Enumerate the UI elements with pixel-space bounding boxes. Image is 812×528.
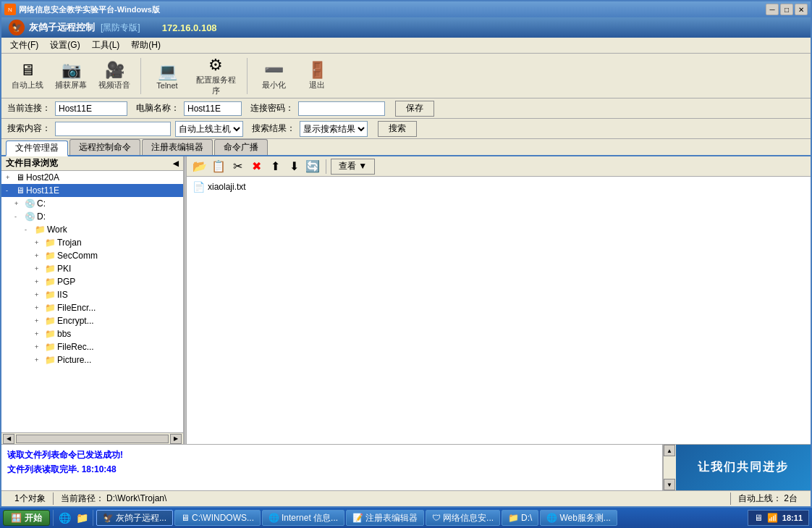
close-btn[interactable]: ✕ [795, 4, 808, 15]
file-cut-btn[interactable]: ✂ [229, 159, 246, 175]
search-button[interactable]: 搜索 [378, 121, 417, 137]
tree-item-d[interactable]: - 💿 D: [1, 210, 183, 223]
taskbar-item-d[interactable]: 📁D:\ [502, 510, 538, 526]
menu-settings[interactable]: 设置(G) [44, 38, 85, 53]
tree-label-host20a: Host20A [26, 172, 59, 183]
start-button[interactable]: 🪟 开始 [3, 510, 50, 526]
tree-label-bbs: bbs [57, 329, 71, 339]
connection-bar: 当前连接： 电脑名称： 连接密码： 保存 [1, 99, 811, 119]
file-open-btn[interactable]: 📂 [191, 159, 208, 175]
status-online-label: 自动上线： [738, 493, 782, 503]
computer-name-input[interactable] [184, 101, 242, 116]
taskbar-item-web[interactable]: 🌐Web服务测... [540, 510, 617, 526]
sub-title-bar: 🦅 灰鸽子远程控制 [黑防专版] 172.16.0.108 [1, 17, 811, 38]
file-icon-txt: 📄 [193, 181, 205, 193]
file-name-xiaolaji: xiaolaji.txt [208, 182, 246, 192]
config-server-button[interactable]: ⚙ 配置服务程序 [190, 54, 241, 99]
log-line-2: 文件列表读取完毕. 18:10:48 [7, 462, 656, 477]
taskbar-separator [53, 510, 54, 526]
tree-label-trojan: Trojan [57, 238, 82, 248]
file-refresh-btn[interactable]: 🔄 [304, 159, 321, 175]
tree-label-pki: PKI [57, 264, 71, 274]
tree-toggle-btn[interactable]: ◀ [173, 159, 179, 167]
tabs-bar: 文件管理器 远程控制命令 注册表编辑器 命令广播 [1, 139, 811, 156]
menu-help[interactable]: 帮助(H) [125, 38, 166, 53]
tree-item-picture[interactable]: + 📁 Picture... [1, 353, 183, 366]
minimize-btn[interactable]: ─ [766, 4, 779, 15]
current-connection-label: 当前连接： [7, 102, 51, 114]
tree-item-trojan[interactable]: + 📁 Trojan [1, 236, 183, 249]
taskbar-item-windows[interactable]: 🖥C:\WINDOWS... [174, 510, 261, 526]
exit-button[interactable]: 🚪 退出 [297, 59, 337, 93]
menu-file[interactable]: 文件(F) [4, 38, 44, 53]
log-scroll-down[interactable]: ▼ [664, 479, 675, 490]
tree-item-pki[interactable]: + 📁 PKI [1, 262, 183, 275]
file-download-btn[interactable]: ⬇ [285, 159, 303, 175]
password-input[interactable] [298, 101, 385, 116]
tree-scrollbar[interactable]: ◀ ▶ [1, 432, 183, 444]
capture-screen-button[interactable]: 📷 捕获屏幕 [51, 59, 91, 93]
file-copy-btn[interactable]: 📋 [210, 159, 227, 175]
tree-scroll-left[interactable]: ◀ [3, 434, 14, 444]
title-bar-buttons: ─ □ ✕ [766, 4, 808, 15]
log-panel: 读取文件列表命令已发送成功! 文件列表读取完毕. 18:10:48 [1, 445, 663, 490]
tree-item-iis[interactable]: + 📁 IIS [1, 288, 183, 301]
sub-title-icon: 🦅 [9, 20, 25, 35]
banner-text: 让我们共同进步 [698, 460, 789, 475]
menu-bar: 文件(F) 设置(G) 工具(L) 帮助(H) [1, 38, 811, 54]
search-label: 搜索内容： [7, 122, 51, 135]
tray-icon-1: 🖥 [754, 513, 763, 523]
status-path-label: 当前路径： [61, 493, 104, 503]
taskbar-item-security[interactable]: 🛡网络信息安... [426, 510, 500, 526]
tree-item-bbs[interactable]: + 📁 bbs [1, 327, 183, 340]
log-scroll-up[interactable]: ▲ [664, 445, 675, 456]
status-online-count: 2台 [784, 493, 798, 503]
search-result-select[interactable]: 显示搜索结果 隐藏搜索结果 [300, 121, 368, 137]
file-tree-content: + 🖥 Host20A - 🖥 Host11E + [1, 171, 183, 432]
file-upload-btn[interactable]: ⬆ [266, 159, 284, 175]
log-area: 读取文件列表命令已发送成功! 文件列表读取完毕. 18:10:48 ▲ ▼ 让我… [1, 444, 811, 490]
search-result-label: 搜索结果： [252, 122, 295, 135]
status-count: 1个对象 [7, 493, 54, 505]
auto-online-button[interactable]: 🖥 自动上线 [7, 59, 48, 93]
taskbar-quick-2[interactable]: 📁 [74, 510, 90, 526]
tree-item-host20a[interactable]: + 🖥 Host20A [1, 171, 183, 184]
tree-item-filerec[interactable]: + 📁 FileRec... [1, 340, 183, 353]
system-tray[interactable]: 🖥 📶 18:11 [748, 510, 809, 526]
save-button[interactable]: 保存 [395, 101, 434, 117]
search-input[interactable] [55, 122, 171, 136]
file-delete-btn[interactable]: ✖ [248, 159, 265, 175]
taskbar-item-remote[interactable]: 🦅灰鸽子远程... [96, 510, 173, 526]
minimize-window-button[interactable]: ➖ 最小化 [253, 59, 294, 93]
taskbar-quick-1[interactable]: 🌐 [56, 510, 72, 526]
file-view-btn[interactable]: 查看 ▼ [331, 159, 375, 175]
tab-cmd-broadcast[interactable]: 命令广播 [214, 139, 268, 155]
tree-item-seccomm[interactable]: + 📁 SecComm [1, 249, 183, 262]
taskbar: 🪟 开始 🌐 📁 🦅灰鸽子远程... 🖥C:\WINDOWS... 🌐Inter… [0, 508, 812, 528]
tree-item-fileencr[interactable]: + 📁 FileEncr... [1, 301, 183, 314]
tray-time: 18:11 [782, 514, 803, 522]
current-connection-input[interactable] [55, 101, 127, 116]
telnet-button[interactable]: 💻 Telnet [147, 60, 187, 92]
maximize-btn[interactable]: □ [780, 4, 793, 15]
tree-item-work[interactable]: - 📁 Work [1, 223, 183, 236]
video-audio-button[interactable]: 🎥 视频语音 [94, 59, 135, 93]
sub-badge: [黑防专版] [101, 22, 140, 34]
tab-remote-control[interactable]: 远程控制命令 [69, 139, 140, 155]
file-item-xiaolaji[interactable]: 📄 xiaolaji.txt [190, 180, 249, 194]
taskbar-item-internet[interactable]: 🌐Internet 信息... [262, 510, 344, 526]
tree-item-pgp[interactable]: + 📁 PGP [1, 275, 183, 288]
sub-title-text: 灰鸽子远程控制 [29, 21, 95, 34]
tray-icon-2: 📶 [767, 513, 778, 523]
taskbar-item-regedit[interactable]: 📝注册表编辑器 [346, 510, 424, 526]
tab-file-manager[interactable]: 文件管理器 [6, 141, 68, 156]
search-mode-select[interactable]: 自动上线主机 手动上线主机 全部主机 [175, 121, 243, 137]
tree-label-work: Work [47, 225, 67, 235]
tree-item-host11e[interactable]: - 🖥 Host11E [1, 184, 183, 197]
tree-item-c[interactable]: + 💿 C: [1, 197, 183, 210]
tree-label-filerec: FileRec... [57, 342, 94, 352]
tree-item-encrypt[interactable]: + 📁 Encrypt... [1, 314, 183, 327]
tab-registry-editor[interactable]: 注册表编辑器 [142, 139, 213, 155]
tree-scroll-right[interactable]: ▶ [170, 434, 182, 444]
menu-tools[interactable]: 工具(L) [86, 38, 126, 53]
